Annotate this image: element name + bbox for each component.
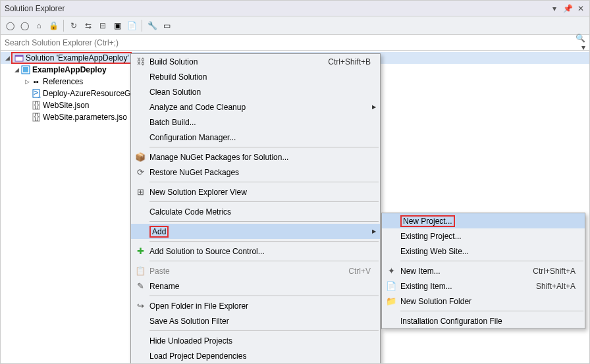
forward-button[interactable]: ◯ <box>18 19 31 32</box>
svg-text:>_: >_ <box>34 89 41 97</box>
toolbar: ◯ ◯ ⌂ 🔒 ↻ ⇆ ⊟ ▣ 📄 🔧 ▭ <box>1 16 589 35</box>
menu-source-control[interactable]: ✚Add Solution to Source Control... <box>131 244 380 259</box>
window-title: Solution Explorer <box>5 4 550 13</box>
expander-icon[interactable]: ▷ <box>23 78 31 85</box>
menu-config[interactable]: Configuration Manager... <box>131 130 380 145</box>
pin-icon[interactable]: 📌 <box>563 4 572 13</box>
project-label: ExampleAppDeploy <box>32 65 107 74</box>
nuget-icon: 📦 <box>131 152 149 162</box>
menu-build[interactable]: ⛓Build SolutionCtrl+Shift+B <box>131 54 380 69</box>
svg-rect-1 <box>15 55 23 57</box>
window-icon: ⊞ <box>131 187 149 197</box>
menu-separator <box>149 296 379 296</box>
submenu-arrow-icon: ▶ <box>372 228 376 234</box>
menu-new-project[interactable]: New Project... <box>382 213 585 228</box>
file-label: WebSite.json <box>43 101 89 110</box>
menu-analyze[interactable]: Analyze and Code Cleanup▶ <box>131 99 380 115</box>
menu-new-folder[interactable]: 📁New Solution Folder <box>382 294 585 309</box>
menu-existing-project[interactable]: Existing Project... <box>382 228 585 244</box>
restore-icon: ⟳ <box>131 167 149 177</box>
search-icon[interactable]: 🔍▾ <box>575 34 585 52</box>
svg-text:{}: {} <box>34 101 40 109</box>
collapse-button[interactable]: ⊟ <box>96 19 109 32</box>
menu-nuget-manage[interactable]: 📦Manage NuGet Packages for Solution... <box>131 149 380 165</box>
references-icon: ▪▪ <box>31 77 41 86</box>
menu-load-deps[interactable]: Load Project Dependencies <box>131 348 380 363</box>
menu-batch[interactable]: Batch Build... <box>131 115 380 130</box>
new-item-icon: ✦ <box>382 266 400 276</box>
menu-separator <box>400 261 583 261</box>
json-file-icon: {} <box>31 113 41 122</box>
existing-item-icon: 📄 <box>382 281 400 291</box>
home-button[interactable]: ⌂ <box>32 19 45 32</box>
menu-existing-web[interactable]: Existing Web Site... <box>382 244 585 259</box>
sync-button[interactable]: ⇆ <box>82 19 95 32</box>
references-label: References <box>43 77 83 86</box>
menu-save-filter[interactable]: Save As Solution Filter <box>131 313 380 328</box>
plus-icon: ✚ <box>131 246 149 256</box>
context-menu-solution: ⛓Build SolutionCtrl+Shift+B Rebuild Solu… <box>130 53 381 364</box>
title-bar: Solution Explorer ▾ 📌 ✕ <box>1 1 589 16</box>
menu-rebuild[interactable]: Rebuild Solution <box>131 69 380 84</box>
show-all-button[interactable]: ▣ <box>111 19 124 32</box>
expander-icon[interactable]: ◢ <box>3 55 11 61</box>
menu-separator <box>149 241 379 242</box>
file-label: Deploy-AzureResourceG <box>43 89 130 98</box>
menu-metrics[interactable]: Calculate Code Metrics <box>131 204 380 219</box>
submenu-arrow-icon: ▶ <box>372 104 376 110</box>
menu-new-item[interactable]: ✦New Item...Ctrl+Shift+A <box>382 263 585 278</box>
dropdown-icon[interactable]: ▾ <box>550 4 559 13</box>
json-file-icon: {} <box>31 101 41 110</box>
menu-separator <box>149 330 379 331</box>
folder-icon: 📁 <box>382 296 400 306</box>
wrench-button[interactable]: 🔧 <box>146 19 159 32</box>
menu-add[interactable]: Add▶ <box>131 224 380 239</box>
menu-separator <box>149 261 379 261</box>
close-icon[interactable]: ✕ <box>576 4 585 13</box>
solution-highlight: Solution 'ExampleAppDeploy' <box>11 52 132 64</box>
context-menu-add: New Project... Existing Project... Exist… <box>381 213 585 329</box>
build-icon: ⛓ <box>131 57 149 66</box>
solution-label: Solution 'ExampleAppDeploy' <box>26 53 129 63</box>
menu-install-config[interactable]: Installation Configuration File <box>382 313 585 328</box>
menu-hide-unloaded[interactable]: Hide Unloaded Projects <box>131 333 380 348</box>
search-input[interactable] <box>5 38 575 47</box>
properties-button[interactable]: ▭ <box>160 19 173 32</box>
menu-existing-item[interactable]: 📄Existing Item...Shift+Alt+A <box>382 278 585 294</box>
menu-separator <box>400 311 583 311</box>
separator <box>142 20 142 32</box>
expander-icon[interactable]: ◢ <box>13 66 20 73</box>
lock-button[interactable]: 🔒 <box>47 19 60 32</box>
menu-separator <box>149 182 379 182</box>
menu-separator <box>149 221 379 222</box>
project-icon <box>20 65 31 74</box>
rename-icon: ✎ <box>131 281 149 291</box>
refresh-button[interactable]: ↻ <box>67 19 80 32</box>
menu-nuget-restore[interactable]: ⟳Restore NuGet Packages <box>131 165 380 180</box>
file-label: WebSite.parameters.jso <box>43 113 127 122</box>
search-bar[interactable]: 🔍▾ <box>1 35 589 51</box>
back-button[interactable]: ◯ <box>3 19 16 32</box>
title-bar-actions: ▾ 📌 ✕ <box>550 4 585 13</box>
files-button[interactable]: 📄 <box>125 19 138 32</box>
svg-text:{}: {} <box>34 113 40 121</box>
menu-separator <box>149 201 379 202</box>
menu-new-view[interactable]: ⊞New Solution Explorer View <box>131 184 380 199</box>
paste-icon: 📋 <box>131 266 149 276</box>
menu-open-folder[interactable]: ↪Open Folder in File Explorer <box>131 298 380 313</box>
ps-file-icon: >_ <box>31 89 41 98</box>
menu-rename[interactable]: ✎Rename <box>131 278 380 294</box>
separator <box>63 20 64 32</box>
folder-open-icon: ↪ <box>131 301 149 311</box>
menu-clean[interactable]: Clean Solution <box>131 84 380 99</box>
menu-separator <box>149 147 379 147</box>
solution-icon <box>14 53 24 63</box>
menu-paste[interactable]: 📋PasteCtrl+V <box>131 263 380 278</box>
